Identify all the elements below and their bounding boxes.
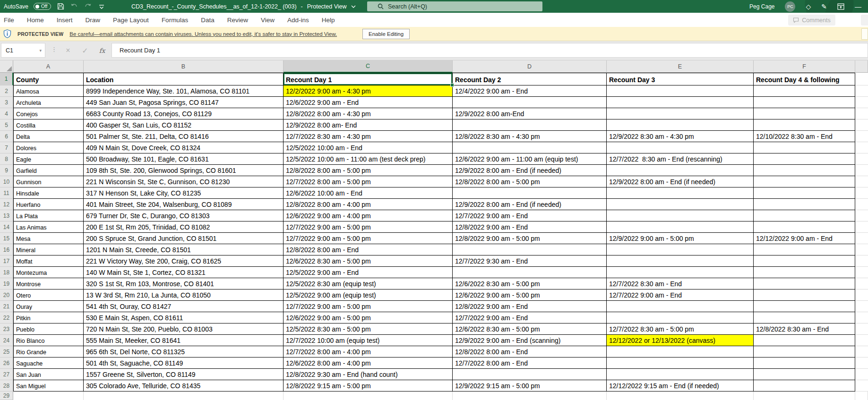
cell-E29[interactable] xyxy=(607,391,754,400)
cell-E22[interactable] xyxy=(607,312,754,323)
cell-overflow-15[interactable] xyxy=(855,233,868,244)
cell-A24[interactable]: Rio Blanco xyxy=(13,335,84,346)
cell-A16[interactable]: Mineral xyxy=(13,244,84,255)
cell-F21[interactable] xyxy=(754,301,855,312)
cell-E12[interactable] xyxy=(607,199,754,210)
cell-B8[interactable]: 500 Broadway, Ste 101, Eagle, CO 81631 xyxy=(84,153,284,165)
row-header-23[interactable]: 23 xyxy=(0,323,13,335)
comments-button[interactable]: Comments xyxy=(788,15,835,26)
cell-F15[interactable]: 12/12/2022 9:00 am - End xyxy=(754,233,855,244)
name-box[interactable]: C1 ▾ xyxy=(1,43,45,58)
cancel-button[interactable]: × xyxy=(62,45,74,56)
cell-overflow-7[interactable] xyxy=(855,142,868,153)
cell-A14[interactable]: Las Animas xyxy=(13,221,84,233)
cell-B21[interactable]: 541 4th St, Ouray, CO 81427 xyxy=(84,301,284,312)
cell-A18[interactable]: Montezuma xyxy=(13,267,84,278)
cell-D25[interactable]: 12/8/2022 8:00 am - End xyxy=(453,346,607,357)
cell-F12[interactable] xyxy=(754,199,855,210)
cell-B20[interactable]: 13 W 3rd St, Rm 210, La Junta, CO 81050 xyxy=(84,289,284,301)
cell-B13[interactable]: 679 Turner Dr, Ste C, Durango, CO 81303 xyxy=(84,210,284,221)
cell-A19[interactable]: Montrose xyxy=(13,278,84,289)
row-header-19[interactable]: 19 xyxy=(0,278,13,289)
tab-insert[interactable]: Insert xyxy=(57,17,73,24)
cell-C2[interactable]: 12/2/2022 9:00 am - 4:30 pm xyxy=(284,85,453,97)
enable-editing-button[interactable]: Enable Editing xyxy=(362,29,410,39)
name-box-dropdown-icon[interactable]: ▾ xyxy=(39,48,42,53)
cell-C10[interactable]: 12/7/2022 8:00 am - 5:00 pm xyxy=(284,176,453,187)
cell-A15[interactable]: Mesa xyxy=(13,233,84,244)
cell-C26[interactable]: 12/6/2022 8:00 am - 4:00 pm xyxy=(284,357,453,369)
cell-B14[interactable]: 200 E 1st St, Rm 205, Trinidad, CO 81082 xyxy=(84,221,284,233)
cell-B27[interactable]: 1557 Greene St, Silverton, CO 81149 xyxy=(84,369,284,380)
premium-diamond-icon[interactable]: ◇ xyxy=(806,3,811,10)
cell-F18[interactable] xyxy=(754,267,855,278)
cell-C8[interactable]: 12/5/2022 10:00 am - 11:00 am (test deck… xyxy=(284,153,453,165)
cell-F7[interactable] xyxy=(754,142,855,153)
cell-F25[interactable] xyxy=(754,346,855,357)
cell-C9[interactable]: 12/8/2022 8:00 am - 5:00 pm xyxy=(284,165,453,176)
cell-B3[interactable]: 449 San Juan St, Pagosa Springs, CO 8114… xyxy=(84,97,284,108)
cell-E21[interactable] xyxy=(607,301,754,312)
cell-overflow-25[interactable] xyxy=(855,346,868,357)
cell-D16[interactable] xyxy=(453,244,607,255)
cell-F20[interactable] xyxy=(754,289,855,301)
row-header-27[interactable]: 27 xyxy=(0,369,13,380)
tab-formulas[interactable]: Formulas xyxy=(162,17,188,24)
cell-D19[interactable]: 12/6/2022 8:30 am - 5:00 pm xyxy=(453,278,607,289)
cell-F26[interactable] xyxy=(754,357,855,369)
cell-B23[interactable]: 720 N Main St, Ste 200, Pueblo, CO 81003 xyxy=(84,323,284,335)
cell-F17[interactable] xyxy=(754,255,855,267)
row-header-28[interactable]: 28 xyxy=(0,380,13,391)
cell-E23[interactable]: 12/7/2022 8:30 am - 5:00 pm xyxy=(607,323,754,335)
cell-C7[interactable]: 12/5/2022 10:00 am - End xyxy=(284,142,453,153)
cell-D12[interactable]: 12/9/2022 8:00 am - End (if needed) xyxy=(453,199,607,210)
cell-D13[interactable]: 12/7/2022 9:00 am - End xyxy=(453,210,607,221)
cell-B7[interactable]: 409 N Main St, Dove Creek, CO 81324 xyxy=(84,142,284,153)
cell-C22[interactable]: 12/6/2022 9:00 am - 5:00 pm xyxy=(284,312,453,323)
row-header-26[interactable]: 26 xyxy=(0,357,13,369)
cell-C19[interactable]: 12/5/2022 8:30 am (equip test) xyxy=(284,278,453,289)
cell-B19[interactable]: 320 S 1st St, Rm 103, Montrose, CO 81401 xyxy=(84,278,284,289)
undo-button[interactable] xyxy=(70,2,78,11)
cell-B12[interactable]: 401 Main Street, Ste 204, Walsenburg, CO… xyxy=(84,199,284,210)
cell-C21[interactable]: 12/7/2022 9:00 am - 5:00 pm xyxy=(284,301,453,312)
cell-C5[interactable]: 12/9/2022 8:00 am- End xyxy=(284,119,453,131)
cell-C13[interactable]: 12/6/2022 9:00 am - 4:00 pm xyxy=(284,210,453,221)
cell-B4[interactable]: 6683 County Road 13, Conejos, CO 81129 xyxy=(84,108,284,119)
cell-E16[interactable] xyxy=(607,244,754,255)
cell-C12[interactable]: 12/8/2022 8:00 am - 4:00 pm xyxy=(284,199,453,210)
cell-A8[interactable]: Eagle xyxy=(13,153,84,165)
cell-overflow-22[interactable] xyxy=(855,312,868,323)
cell-B1[interactable]: Location xyxy=(84,73,284,85)
cell-D27[interactable] xyxy=(453,369,607,380)
row-header-11[interactable]: 11 xyxy=(0,187,13,199)
cell-overflow-16[interactable] xyxy=(855,244,868,255)
row-header-21[interactable]: 21 xyxy=(0,301,13,312)
cell-A10[interactable]: Gunnison xyxy=(13,176,84,187)
cell-overflow-9[interactable] xyxy=(855,165,868,176)
cell-B26[interactable]: 501 4th St, Saguache, CO 81149 xyxy=(84,357,284,369)
cell-E28[interactable]: 12/12/2022 9:15 am - End (if needed) xyxy=(607,380,754,391)
cell-E14[interactable] xyxy=(607,221,754,233)
cell-A29[interactable] xyxy=(13,391,84,400)
formula-input[interactable]: Recount Day 1 xyxy=(112,43,868,58)
tab-add-ins[interactable]: Add-ins xyxy=(287,17,309,24)
tab-page-layout[interactable]: Page Layout xyxy=(113,17,149,24)
column-header-A[interactable]: A xyxy=(13,60,84,73)
cell-D6[interactable]: 12/8/2022 8:30 am - 4:30 pm xyxy=(453,131,607,142)
search-input[interactable]: Search (Alt+Q) xyxy=(367,1,542,11)
cell-F16[interactable] xyxy=(754,244,855,255)
cell-overflow-19[interactable] xyxy=(855,278,868,289)
cell-F4[interactable] xyxy=(754,108,855,119)
cell-F13[interactable] xyxy=(754,210,855,221)
tab-data[interactable]: Data xyxy=(201,17,215,24)
tab-review[interactable]: Review xyxy=(227,17,248,24)
cell-E9[interactable] xyxy=(607,165,754,176)
cell-F6[interactable]: 12/10/2022 8:30 am - End xyxy=(754,131,855,142)
cell-B15[interactable]: 200 S Spruce St, Grand Junction, CO 8150… xyxy=(84,233,284,244)
column-header-E[interactable]: E xyxy=(607,60,754,73)
cell-overflow-26[interactable] xyxy=(855,357,868,369)
cell-C14[interactable]: 12/7/2022 9:00 am - 5:00 pm xyxy=(284,221,453,233)
cell-E10[interactable]: 12/9/2022 8:00 am - End (if needed) xyxy=(607,176,754,187)
cell-C6[interactable]: 12/7/2022 8:30 am - 4:30 pm xyxy=(284,131,453,142)
